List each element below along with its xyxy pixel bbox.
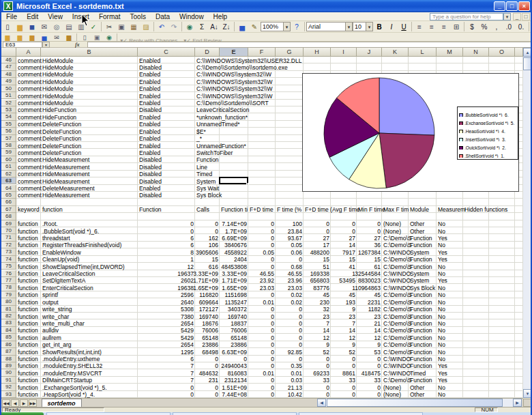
cell-I80[interactable]: 193: [346, 299, 355, 306]
cell-L86[interactable]: Function: [410, 341, 432, 348]
cell-F76[interactable]: 46.55: [260, 270, 274, 277]
formula-input[interactable]: [87, 42, 532, 48]
underline-icon[interactable]: U: [398, 22, 409, 31]
cell-B63[interactable]: HideMeasurement: [42, 178, 89, 185]
cell-I82[interactable]: 23: [349, 313, 355, 320]
cell-A63[interactable]: comment: [18, 178, 42, 185]
cell-H71[interactable]: 27: [323, 235, 329, 242]
cell-G85[interactable]: 0: [299, 334, 302, 341]
cell-D82[interactable]: 169740: [199, 313, 218, 320]
row-header-47[interactable]: 47: [1, 63, 16, 70]
font-size-box[interactable]: 10: [353, 22, 366, 31]
close-button[interactable]: ×: [518, 1, 530, 11]
cell-F91[interactable]: 0: [271, 377, 274, 384]
row-header-88[interactable]: 88: [1, 356, 16, 362]
cell-A76[interactable]: function: [18, 270, 38, 277]
cell-A78[interactable]: function: [18, 285, 38, 291]
cell-D63[interactable]: System: [196, 178, 216, 185]
cell-D75[interactable]: 616: [209, 263, 218, 270]
cell-E85[interactable]: 65148: [231, 334, 247, 341]
cell-D88[interactable]: 0: [215, 356, 218, 362]
cell-H70[interactable]: 0: [326, 228, 329, 235]
help-icon[interactable]: ?: [291, 22, 302, 31]
cell-J89[interactable]: 0: [377, 362, 381, 369]
cell-L74[interactable]: Function: [410, 256, 432, 263]
row-header-59[interactable]: 59: [1, 149, 16, 156]
cell-A86[interactable]: function: [18, 341, 38, 348]
row-header-75[interactable]: 75: [1, 263, 16, 270]
cell-D71[interactable]: 162: [209, 235, 218, 242]
increase-decimal-icon[interactable]: .0: [503, 22, 514, 31]
cell-A47[interactable]: comment: [18, 64, 42, 71]
row-header-55[interactable]: 55: [1, 121, 16, 128]
cell-I87[interactable]: 52: [349, 349, 355, 356]
workbook-restore-button[interactable]: □: [522, 13, 530, 20]
cell-H91[interactable]: 33: [323, 377, 329, 384]
cell-K73[interactable]: C:\WINDO: [383, 249, 411, 256]
row-header-90[interactable]: 90: [1, 369, 16, 376]
cell-B79[interactable]: sprintf: [42, 291, 58, 298]
column-header-K[interactable]: K: [382, 48, 409, 57]
cell-C57[interactable]: Enabled: [139, 135, 160, 142]
row-header-80[interactable]: 80: [1, 298, 16, 305]
cell-B78[interactable]: EnterCriticalSection: [42, 285, 93, 291]
row-header-68[interactable]: 68: [1, 213, 16, 220]
cell-F90[interactable]: 0.01: [263, 370, 274, 377]
scroll-right-icon[interactable]: ▶: [513, 399, 522, 407]
cell-E72[interactable]: 3840676: [224, 242, 247, 248]
cell-E81[interactable]: 340372: [228, 306, 247, 313]
cell-D93[interactable]: 0: [215, 391, 218, 398]
cell-M93[interactable]: No: [438, 391, 445, 398]
cell-A75[interactable]: function: [18, 263, 38, 270]
row-header-53[interactable]: 53: [1, 106, 16, 113]
row-header-63[interactable]: 63: [1, 177, 16, 184]
menu-data[interactable]: Data: [151, 12, 175, 21]
cell-C76[interactable]: 19637: [177, 270, 194, 277]
workbook-minimize-button[interactable]: _: [513, 13, 521, 20]
cell-K69[interactable]: (None): [383, 220, 401, 227]
cell-G70[interactable]: 23.84: [288, 228, 302, 235]
cell-L83[interactable]: Function: [410, 320, 432, 327]
decrease-decimal-icon[interactable]: 0.: [516, 22, 527, 31]
cell-A57[interactable]: comment: [18, 135, 42, 142]
cell-G74[interactable]: 0: [299, 256, 302, 263]
cell-B61[interactable]: HideMeasurement: [42, 164, 89, 171]
cell-B90[interactable]: .moduleEntry.MSVCRT: [42, 370, 102, 377]
row-header-92[interactable]: 92: [1, 384, 16, 390]
cell-F83[interactable]: 0: [271, 320, 274, 327]
search-icon[interactable]: ◎: [51, 22, 62, 31]
cell-C58[interactable]: Enabled: [139, 143, 160, 149]
cell-H67[interactable]: F+D time (: [305, 206, 332, 213]
cell-K83[interactable]: C:\Demo\S: [383, 320, 412, 327]
print-icon[interactable]: ▤: [63, 22, 74, 31]
cell-A64[interactable]: comment: [18, 185, 42, 192]
cell-I79[interactable]: 45: [349, 291, 355, 298]
redo-icon[interactable]: ↷: [168, 22, 179, 31]
cell-D64[interactable]: Sys Wait: [196, 185, 219, 192]
cell-E70[interactable]: 1.7E+09: [225, 228, 247, 235]
cell-L84[interactable]: Function: [410, 327, 432, 334]
folder-web-icon[interactable]: ▆: [63, 33, 74, 41]
row-header-52[interactable]: 52: [1, 100, 16, 106]
cell-A83[interactable]: function: [18, 320, 38, 327]
cell-M67[interactable]: Measurem: [438, 206, 465, 213]
pie-slice-ExchangeSortvoid5[interactable]: [379, 133, 434, 188]
cell-K72[interactable]: C:\Demo\S: [383, 242, 412, 248]
cell-H78[interactable]: 83776: [313, 285, 329, 291]
cell-G76[interactable]: 46.55: [288, 270, 302, 277]
cell-J73[interactable]: 1267384: [358, 249, 381, 256]
hyperlink-icon[interactable]: ◉: [104, 33, 115, 41]
column-header-H[interactable]: H: [304, 48, 331, 57]
cell-M76[interactable]: No: [438, 270, 445, 277]
insert-function-icon[interactable]: fx: [75, 42, 80, 48]
cell-C89[interactable]: 7: [190, 362, 194, 369]
cell-B62[interactable]: HideMeasurement: [42, 171, 89, 177]
cell-I74[interactable]: 15: [349, 256, 355, 263]
restore-button[interactable]: □: [506, 1, 518, 11]
cell-E89[interactable]: 24940043: [221, 362, 247, 369]
cell-D49[interactable]: C:\\WINDOWS\\System32\\W: [196, 78, 272, 85]
row-header-58[interactable]: 58: [1, 142, 16, 149]
cell-K77[interactable]: C:\WINDO: [383, 277, 411, 284]
last-sheet-icon[interactable]: ▶▶: [29, 399, 37, 407]
cell-E92[interactable]: 1.51E+09: [222, 384, 247, 391]
